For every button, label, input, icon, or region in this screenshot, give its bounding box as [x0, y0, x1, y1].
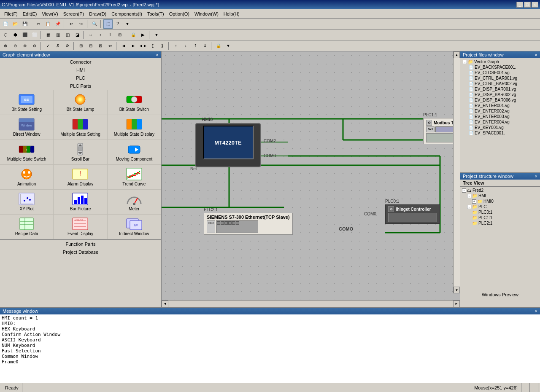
tb2-13[interactable]: 🔒 [129, 30, 138, 40]
left-panel-close[interactable]: × [156, 52, 159, 57]
project-files-close[interactable]: × [535, 52, 537, 57]
menu-help[interactable]: Help(H) [221, 11, 242, 17]
tree-plc11[interactable]: 📁 PLC1:1 [461, 215, 539, 220]
extra-btn[interactable]: ▼ [123, 19, 132, 29]
menu-window[interactable]: Window(W) [192, 11, 221, 17]
tree-file-6[interactable]: 📄 EV_DISP_BAR006.vg [461, 97, 539, 103]
tree-hmi-folder[interactable]: - 📁 HMI [461, 193, 539, 199]
cut-btn[interactable]: ✂ [34, 19, 43, 29]
tb3-15[interactable]: ⟪ [148, 41, 157, 51]
tree-file-12[interactable]: 📄 EV_SPACE001. [461, 130, 539, 136]
new-btn[interactable]: 📄 [1, 19, 10, 29]
menu-option[interactable]: Option(O) [167, 11, 192, 17]
scroll-up[interactable]: ▲ [454, 51, 460, 58]
tree-file-3[interactable]: 📄 EV_CTRL_BAR002.vg [461, 81, 539, 86]
tb2-extra[interactable]: ▼ [152, 30, 161, 40]
tb3-16[interactable]: ⟫ [158, 41, 167, 51]
tree-plc01[interactable]: 📁 PLC0:1 [461, 209, 539, 215]
tb2-11[interactable]: T [105, 30, 115, 40]
tb2-4[interactable]: ⬜ [30, 30, 39, 40]
item-direct-window[interactable]: Window Direct Window [0, 115, 54, 140]
menu-edit[interactable]: Edit(E) [20, 11, 40, 17]
help2-btn[interactable]: ? [113, 19, 122, 29]
scroll-right[interactable]: ► [453, 301, 460, 307]
hmi-device[interactable]: MT4220TE [195, 123, 261, 167]
plc0-box[interactable]: ⚙ Ihinget Controller [385, 204, 440, 224]
menu-tools[interactable]: Tools(T) [145, 11, 167, 17]
scroll-down[interactable]: ▼ [454, 287, 460, 293]
tb3-extra[interactable]: ▼ [224, 41, 233, 51]
open-btn[interactable]: 📂 [11, 19, 20, 29]
tree-file-2[interactable]: 📄 EV_CTRL_BAR001.vg [461, 75, 539, 81]
undo-btn[interactable]: ↩ [67, 19, 76, 29]
tree-file-11[interactable]: 📄 EV_KEY001.vg [461, 125, 539, 130]
tree-file-8[interactable]: 📄 EV_ENTER002.vg [461, 108, 539, 114]
item-bit-state-lamp[interactable]: Bit State Lamp [54, 90, 107, 115]
fred2-expand[interactable]: - [462, 188, 466, 193]
tree-file-7[interactable]: 📄 EV_ENTER001.vg [461, 103, 539, 108]
tree-file-5[interactable]: 📄 EV_DISP_BAR002.vg [461, 92, 539, 97]
tb2-3[interactable]: ⬛ [20, 30, 30, 40]
menu-components[interactable]: Components(I) [109, 11, 145, 17]
item-indirect-window[interactable]: IW Indirect Window [108, 215, 161, 239]
expand-icon[interactable]: - [463, 60, 467, 64]
tree-file-9[interactable]: 📄 EV_ENTER003.vg [461, 114, 539, 119]
tb2-6[interactable]: ▥ [53, 30, 62, 40]
tree-hmi0[interactable]: + 📁 HMI0 [461, 199, 539, 204]
tb3-21[interactable]: 🔒 [214, 41, 223, 51]
tb3-19[interactable]: ⇑ [191, 41, 200, 51]
item-scroll-bar[interactable]: Scroll Bar [54, 140, 107, 165]
tree-item-vector-graph[interactable]: - 📁 Vector Graph [461, 59, 539, 64]
category-function-parts[interactable]: Function Parts [0, 240, 161, 248]
item-multiple-state-display[interactable]: Multiple State Display [108, 115, 161, 140]
find-btn[interactable]: 🔍 [90, 19, 99, 29]
project-structure-close[interactable]: × [535, 174, 537, 179]
plc2-box[interactable]: SIEMENS S7-300 Ethernet(TCP Slave) Net [204, 213, 293, 235]
menu-view[interactable]: View(V) [39, 11, 60, 17]
redo-btn[interactable]: ↪ [76, 19, 86, 29]
tree-file-10[interactable]: 📄 EV_ENTER004.vg [461, 119, 539, 125]
tree-plc-folder[interactable]: - 📁 PLC [461, 204, 539, 209]
canvas-area[interactable]: HMI0 MT4220TE COM2 COM0 Net [162, 51, 460, 300]
tree-file-4[interactable]: 📄 EV_DISP_BAR001.vg [461, 86, 539, 92]
copy-btn[interactable]: 📋 [43, 19, 53, 29]
tb3-9[interactable]: ⊟ [86, 41, 95, 51]
tb3-3[interactable]: ⊗ [20, 41, 30, 51]
menu-draw[interactable]: Draw(D) [86, 11, 109, 17]
item-recipe-data[interactable]: Recipe Data [0, 215, 54, 239]
minimize-btn[interactable]: _ [516, 2, 523, 8]
menu-screen[interactable]: Screen(P) [61, 11, 87, 17]
maximize-btn[interactable]: □ [524, 2, 531, 8]
item-bit-state-setting[interactable]: BS Bit State Setting [0, 90, 54, 115]
item-xy-plot[interactable]: XY Plot [0, 190, 54, 215]
scroll-left[interactable]: ◄ [162, 301, 168, 307]
item-multiple-state-switch[interactable]: 5 Multiple State Switch [0, 140, 54, 165]
tb3-11[interactable]: ↭ [105, 41, 115, 51]
item-multiple-state-setting[interactable]: Multiple State Setting [54, 115, 107, 140]
tb2-5[interactable]: ▦ [43, 30, 53, 40]
item-bit-state-switch[interactable]: Bit State Switch [108, 90, 161, 115]
tb3-7[interactable]: ⟳ [63, 41, 72, 51]
item-animation[interactable]: Animation [0, 165, 54, 190]
tb2-9[interactable]: ↔ [86, 30, 95, 40]
save-btn[interactable]: 💾 [20, 19, 30, 29]
item-event-display[interactable]: EVENT Event Display [54, 215, 107, 239]
tb2-1[interactable]: ⬡ [1, 30, 10, 40]
item-meter[interactable]: Meter [108, 190, 161, 215]
item-moving-component[interactable]: Moving Component [108, 140, 161, 165]
tb3-17[interactable]: ↑ [171, 41, 181, 51]
tb3-5[interactable]: ✓ [43, 41, 53, 51]
category-project-database[interactable]: Project Database [0, 248, 161, 256]
tree-file-1[interactable]: 📄 EV_CLOSE001.vg [461, 70, 539, 75]
tb2-10[interactable]: ↕ [96, 30, 105, 40]
tb2-14[interactable]: ▶ [138, 30, 148, 40]
tb3-1[interactable]: ⊕ [1, 41, 10, 51]
tb3-20[interactable]: ⇓ [200, 41, 210, 51]
tree-file-0[interactable]: 📄 EV_BACKSPACE001. [461, 64, 539, 70]
category-plc[interactable]: PLC [0, 74, 161, 82]
tb3-2[interactable]: ⊖ [11, 41, 20, 51]
select-btn[interactable]: ⬚ [103, 19, 113, 29]
tb2-8[interactable]: ◪ [73, 30, 82, 40]
hmi0-expand[interactable]: + [472, 199, 476, 204]
menu-file[interactable]: File(F) [2, 11, 20, 17]
